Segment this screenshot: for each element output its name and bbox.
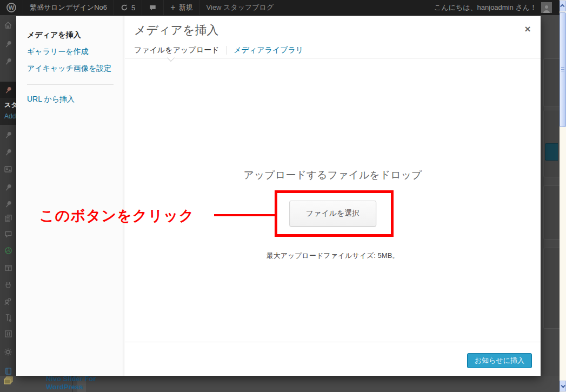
sidebar-item-options[interactable]: [0, 345, 16, 359]
annotation-pointer-line: [214, 214, 276, 216]
new-content-link[interactable]: + 新規: [163, 0, 199, 15]
insert-into-post-button[interactable]: お知らせに挿入: [467, 353, 532, 368]
menu-item-set-featured-image[interactable]: アイキャッチ画像を設定: [27, 64, 124, 74]
sidebar-item-dashboard[interactable]: [0, 18, 16, 32]
sidebar-item-post-type-6[interactable]: [0, 197, 16, 211]
aperture-icon: [4, 247, 12, 255]
scroll-down-arrow[interactable]: [560, 381, 566, 391]
site-name-label: 繁盛サロンデザインNo6: [30, 3, 107, 12]
site-name-link[interactable]: 繁盛サロンデザインNo6: [23, 0, 114, 15]
pushpin-icon: [4, 131, 12, 139]
tools-icon: [4, 314, 12, 322]
sidebar-item-staff-blog-active[interactable]: [0, 83, 16, 97]
home-icon: [4, 21, 12, 30]
wordpress-menu[interactable]: W: [0, 0, 23, 15]
chevron-up-icon: [560, 4, 564, 8]
menu-separator: [27, 84, 114, 85]
admin-sidebar-strip: スタ Add: [0, 15, 16, 392]
users-icon: [4, 297, 12, 305]
sidebar-item-media[interactable]: [0, 162, 16, 176]
drop-instructions: アップロードするファイルをドロップ: [125, 168, 541, 182]
appearance-icon: [4, 264, 12, 272]
pushpin-icon: [4, 200, 12, 208]
menu-item-insert-from-url[interactable]: URL から挿入: [27, 95, 124, 104]
updates-link[interactable]: 5: [114, 0, 142, 15]
pushpin-icon: [4, 148, 12, 156]
avatar: [541, 2, 552, 13]
menu-item-insert-media[interactable]: メディアを挿入: [27, 30, 124, 40]
pushpin-icon: [4, 183, 12, 191]
tab-separator: [226, 46, 227, 55]
plug-icon: [4, 281, 12, 289]
sidebar-item-post-type-2[interactable]: [0, 54, 16, 68]
tabs-border: [125, 58, 541, 58]
sidebar-submenu-title: スタ: [4, 101, 18, 110]
comment-bubble-icon: [4, 230, 12, 238]
scroll-up-arrow[interactable]: [560, 1, 566, 11]
sidebar-item-post-type-5[interactable]: [0, 180, 16, 194]
pages-icon: [4, 214, 12, 222]
sidebar-item-users[interactable]: [0, 294, 16, 308]
annotation-highlight-box: [275, 190, 394, 237]
wordpress-logo-icon: W: [6, 3, 16, 12]
stacked-slides-icon: [3, 375, 14, 386]
scrollbar-grip: [561, 67, 564, 71]
modal-menu-panel: メディアを挿入 ギャラリーを作成 アイキャッチ画像を設定 URL から挿入: [16, 16, 124, 376]
camera-media-icon: [4, 165, 12, 174]
sidebar-submenu-add-link[interactable]: Add: [4, 112, 16, 120]
background-panel-fragment: [543, 185, 560, 240]
notebook-icon: [4, 367, 12, 375]
close-icon[interactable]: ×: [521, 23, 534, 36]
background-publish-button-fragment: [545, 143, 558, 161]
updates-refresh-icon: [121, 4, 128, 11]
background-panel-fragment: [543, 58, 560, 107]
sidebar-item-plugin-green[interactable]: [0, 243, 16, 257]
view-site-label: View スタッフブログ: [207, 3, 274, 12]
comments-link[interactable]: [142, 0, 163, 15]
comment-bubble-icon: [149, 4, 157, 11]
sliders-icon: [4, 330, 12, 338]
plus-icon: +: [170, 3, 175, 12]
nivo-slider-label: Nivo Slider For WordPress: [46, 375, 127, 391]
annotation-click-this-button: このボタンをクリック: [39, 206, 194, 225]
gear-icon: [4, 348, 12, 356]
pushpin-icon-active: [4, 86, 12, 94]
sidebar-item-pages[interactable]: [0, 211, 16, 225]
sidebar-item-comments[interactable]: [0, 227, 16, 241]
new-label: 新規: [179, 3, 193, 12]
sidebar-item-post-type-4[interactable]: [0, 145, 16, 159]
sidebar-item-post-type-3[interactable]: [0, 128, 16, 142]
greeting-label: こんにちは、hanjoadmin さん！: [434, 3, 537, 12]
update-count: 5: [131, 4, 135, 12]
scrollbar-thumb[interactable]: [560, 12, 566, 127]
person-icon: [542, 4, 551, 13]
browser-scrollbar[interactable]: [560, 0, 566, 392]
admin-bar: W 繁盛サロンデザインNo6 5 + 新規 View スタッフブログ こんにちは…: [0, 0, 560, 15]
sidebar-item-settings[interactable]: [0, 327, 16, 341]
tab-media-library[interactable]: メディアライブラリ: [234, 45, 303, 55]
sidebar-item-tools[interactable]: [0, 310, 16, 324]
pushpin-icon: [4, 57, 12, 65]
modal-footer: お知らせに挿入: [125, 342, 541, 376]
tab-upload-files[interactable]: ファイルをアップロード: [134, 45, 219, 55]
view-site-link[interactable]: View スタッフブログ: [199, 0, 281, 15]
sidebar-item-plugins[interactable]: [0, 278, 16, 292]
background-panel-fragment: [543, 248, 560, 329]
modal-tabs: ファイルをアップロード メディアライブラリ: [134, 42, 303, 58]
chevron-down-icon: [561, 383, 565, 388]
max-upload-size-label: 最大アップロードファイルサイズ: 5MB。: [125, 251, 541, 261]
menu-item-create-gallery[interactable]: ギャラリーを作成: [27, 47, 124, 57]
background-page-right-strip: [541, 15, 560, 392]
modal-title: メディアを挿入: [134, 22, 219, 38]
sidebar-item-appearance[interactable]: [0, 261, 16, 275]
pushpin-icon: [4, 40, 12, 48]
account-menu[interactable]: こんにちは、hanjoadmin さん！: [434, 2, 560, 13]
sidebar-item-post-type-1[interactable]: [0, 37, 16, 51]
